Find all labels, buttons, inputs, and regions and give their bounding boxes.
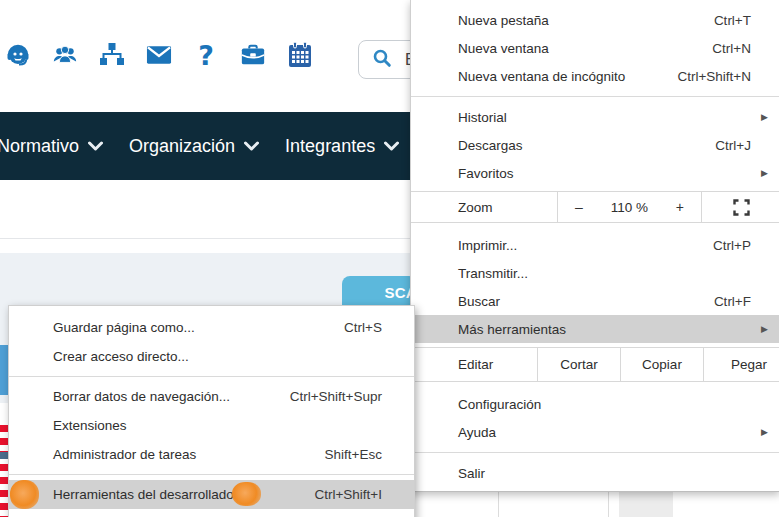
nav-item-normativo[interactable]: Normativo: [0, 136, 103, 157]
menu-item-help[interactable]: Ayuda ▶: [411, 418, 779, 446]
menu-item-cast[interactable]: Transmitir...: [411, 259, 779, 287]
nav-item-integrantes[interactable]: Integrantes: [285, 136, 399, 157]
shortcut: Shift+Esc: [325, 447, 382, 462]
menu-separator: [411, 452, 779, 453]
submenu-arrow-icon: ▶: [761, 168, 770, 178]
menu-item-history[interactable]: Historial ▶: [411, 103, 779, 131]
menu-item-new-window[interactable]: Nueva ventana Ctrl+N: [411, 34, 779, 62]
nav-item-organizacion[interactable]: Organización: [129, 136, 259, 157]
menu-separator: [411, 96, 779, 97]
zoom-in-button[interactable]: +: [676, 199, 684, 215]
menu-item-new-tab[interactable]: Nueva pestaña Ctrl+T: [411, 6, 779, 34]
help-question-icon[interactable]: ?: [193, 40, 219, 70]
fullscreen-icon: [733, 199, 750, 216]
chevron-down-icon: [244, 141, 259, 151]
copy-button[interactable]: Copiar: [620, 348, 703, 381]
shortcut: Ctrl+Shift+Supr: [290, 389, 382, 404]
orange-marker-icon: [232, 482, 261, 506]
zoom-value: 110 %: [611, 200, 648, 215]
menu-item-settings[interactable]: Configuración: [411, 390, 779, 418]
briefcase-icon[interactable]: [240, 40, 266, 70]
table-fragment: [411, 491, 779, 517]
cut-button[interactable]: Cortar: [537, 348, 620, 381]
submenu-item-create-shortcut[interactable]: Crear acceso directo...: [9, 342, 414, 371]
submenu-item-task-manager[interactable]: Administrador de tareas Shift+Esc: [9, 440, 414, 469]
menu-separator: [9, 376, 414, 377]
search-icon: [372, 48, 392, 72]
menu-separator: [9, 474, 414, 475]
menu-item-exit[interactable]: Salir: [411, 459, 779, 487]
shortcut: Ctrl+N: [712, 41, 770, 56]
shortcut: Ctrl+T: [714, 13, 770, 28]
orange-marker-icon: [10, 480, 39, 509]
shortcut: Ctrl+P: [713, 238, 770, 253]
shortcut: Ctrl+J: [715, 138, 770, 153]
shortcut: Ctrl+F: [714, 294, 770, 309]
edit-label: Editar: [411, 348, 537, 381]
screen: ? E Normativo Organización Integrantes S…: [0, 0, 779, 517]
mail-icon[interactable]: [146, 40, 172, 70]
submenu-item-extensions[interactable]: Extensiones: [9, 411, 414, 440]
fullscreen-button[interactable]: [702, 192, 779, 222]
edit-row: Editar Cortar Copiar Pegar: [411, 347, 779, 381]
calendar-icon[interactable]: [287, 40, 313, 70]
submenu-arrow-icon: ▶: [761, 427, 770, 437]
zoom-row: Zoom – 110 % +: [411, 191, 779, 223]
shortcut: Ctrl+S: [344, 320, 382, 335]
menu-item-print[interactable]: Imprimir... Ctrl+P: [411, 231, 779, 259]
menu-item-more-tools[interactable]: Más herramientas ▶: [411, 315, 779, 343]
chevron-down-icon: [384, 141, 399, 151]
shortcut: Ctrl+Shift+I: [314, 487, 382, 502]
menu-item-bookmarks[interactable]: Favoritos ▶: [411, 159, 779, 187]
submenu-arrow-icon: ▶: [761, 324, 770, 334]
submenu-item-save-page[interactable]: Guardar página como... Ctrl+S: [9, 313, 414, 342]
menu-item-new-incognito[interactable]: Nueva ventana de incógnito Ctrl+Shift+N: [411, 62, 779, 90]
chevron-down-icon: [88, 141, 103, 151]
page-toolbar: ?: [5, 40, 334, 70]
chrome-menu: Nueva pestaña Ctrl+T Nueva ventana Ctrl+…: [410, 0, 779, 492]
menu-item-downloads[interactable]: Descargas Ctrl+J: [411, 131, 779, 159]
menu-item-find[interactable]: Buscar Ctrl+F: [411, 287, 779, 315]
people-group-icon[interactable]: [52, 40, 78, 70]
zoom-label: Zoom: [411, 192, 557, 222]
shortcut: Ctrl+Shift+N: [677, 69, 770, 84]
submenu-item-developer-tools[interactable]: Herramientas del desarrollador Ctrl+Shif…: [9, 480, 414, 509]
flag-image: [0, 345, 8, 517]
zoom-out-button[interactable]: –: [575, 199, 583, 215]
submenu-arrow-icon: ▶: [761, 112, 770, 122]
paste-button[interactable]: Pegar: [703, 348, 779, 381]
org-chart-icon[interactable]: [99, 40, 125, 70]
support-agent-icon[interactable]: [5, 40, 31, 70]
more-tools-submenu: Guardar página como... Ctrl+S Crear acce…: [8, 305, 415, 517]
submenu-item-clear-browsing-data[interactable]: Borrar datos de navegación... Ctrl+Shift…: [9, 382, 414, 411]
